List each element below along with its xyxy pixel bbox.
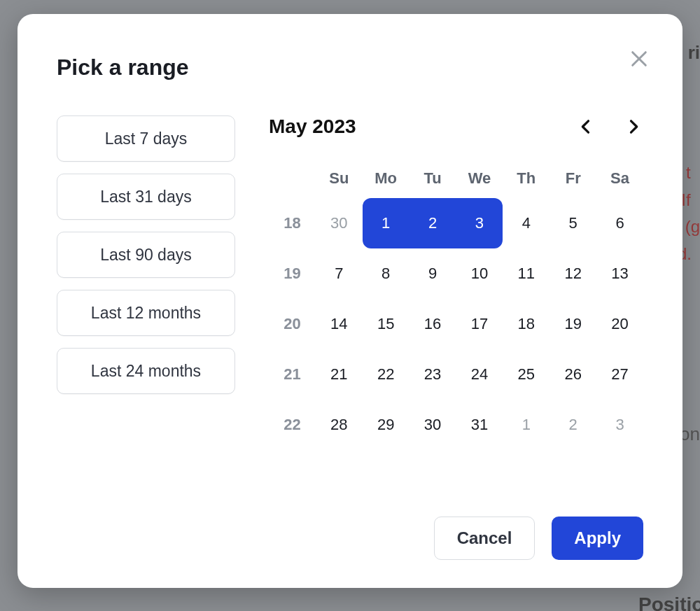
- calendar-weekday: Sa: [596, 159, 643, 198]
- calendar-day[interactable]: 4: [503, 198, 550, 248]
- calendar-weekday: Su: [316, 159, 363, 198]
- calendar-day[interactable]: 9: [410, 248, 456, 299]
- date-range-modal: Pick a range Last 7 days Last 31 days La…: [18, 14, 682, 588]
- calendar-day[interactable]: 30: [410, 400, 456, 450]
- calendar-day[interactable]: 27: [596, 349, 643, 400]
- calendar-month-label: May 2023: [269, 115, 356, 138]
- calendar-day[interactable]: 28: [316, 400, 363, 450]
- calendar-weekday: Th: [503, 159, 550, 198]
- calendar-weekday: Mo: [363, 159, 410, 198]
- close-icon[interactable]: [628, 48, 650, 70]
- calendar-day[interactable]: 29: [363, 400, 410, 450]
- calendar-day[interactable]: 17: [456, 299, 503, 349]
- calendar-week-number: 19: [269, 248, 316, 299]
- calendar-weekday: Fr: [550, 159, 596, 198]
- calendar-weekday: We: [456, 159, 503, 198]
- calendar-header-blank: [269, 159, 316, 198]
- calendar-week-number: 22: [269, 400, 316, 450]
- calendar-day[interactable]: 19: [550, 299, 596, 349]
- calendar-day[interactable]: 15: [363, 299, 410, 349]
- calendar-day[interactable]: 14: [316, 299, 363, 349]
- calendar-day[interactable]: 26: [550, 349, 596, 400]
- prev-month-button[interactable]: [576, 117, 596, 136]
- preset-list: Last 7 days Last 31 days Last 90 days La…: [57, 115, 235, 450]
- apply-button[interactable]: Apply: [552, 517, 643, 560]
- calendar-day[interactable]: 6: [596, 198, 643, 248]
- calendar-day[interactable]: 21: [316, 349, 363, 400]
- preset-last-24-months[interactable]: Last 24 months: [57, 348, 235, 394]
- calendar-day[interactable]: 5: [550, 198, 596, 248]
- calendar-day[interactable]: 22: [363, 349, 410, 400]
- calendar-day[interactable]: 7: [316, 248, 363, 299]
- bg-text: on: [680, 423, 700, 445]
- calendar-day[interactable]: 1: [503, 400, 550, 450]
- preset-last-90-days[interactable]: Last 90 days: [57, 232, 235, 278]
- bg-text: ri: [688, 42, 700, 64]
- calendar-grid: SuMoTuWeThFrSa18301234561978910111213201…: [269, 159, 643, 450]
- calendar-day[interactable]: 12: [550, 248, 596, 299]
- calendar-day[interactable]: 8: [363, 248, 410, 299]
- calendar-day[interactable]: 24: [456, 349, 503, 400]
- bg-text: Position hist: [638, 594, 700, 611]
- calendar-day[interactable]: 23: [410, 349, 456, 400]
- calendar-day[interactable]: 11: [503, 248, 550, 299]
- calendar-day[interactable]: 2: [410, 198, 456, 248]
- calendar-week-number: 21: [269, 349, 316, 400]
- calendar-day[interactable]: 1: [363, 198, 410, 248]
- calendar-day[interactable]: 3: [596, 400, 643, 450]
- cancel-button[interactable]: Cancel: [434, 517, 536, 560]
- calendar-day[interactable]: 30: [316, 198, 363, 248]
- calendar-day[interactable]: 13: [596, 248, 643, 299]
- calendar-day[interactable]: 10: [456, 248, 503, 299]
- next-month-button[interactable]: [624, 117, 643, 136]
- calendar-week-number: 20: [269, 299, 316, 349]
- preset-last-12-months[interactable]: Last 12 months: [57, 290, 235, 336]
- preset-last-7-days[interactable]: Last 7 days: [57, 115, 235, 162]
- calendar-day[interactable]: 2: [550, 400, 596, 450]
- calendar: May 2023 SuMoTuWeThFrSa18301234561978910…: [269, 115, 643, 450]
- calendar-day[interactable]: 25: [503, 349, 550, 400]
- modal-title: Pick a range: [57, 55, 189, 80]
- calendar-week-number: 18: [269, 198, 316, 248]
- calendar-day[interactable]: 20: [596, 299, 643, 349]
- calendar-day[interactable]: 31: [456, 400, 503, 450]
- calendar-day[interactable]: 16: [410, 299, 456, 349]
- calendar-weekday: Tu: [410, 159, 456, 198]
- preset-last-31-days[interactable]: Last 31 days: [57, 174, 235, 220]
- calendar-day[interactable]: 3: [456, 198, 503, 248]
- calendar-day[interactable]: 18: [503, 299, 550, 349]
